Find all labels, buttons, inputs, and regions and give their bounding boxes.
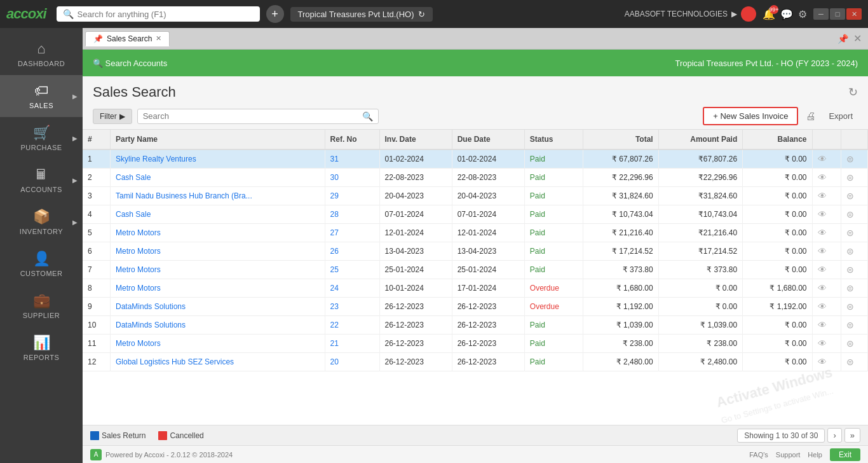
- menu-icon[interactable]: ⊜: [846, 283, 854, 293]
- close-button[interactable]: ✕: [846, 8, 862, 20]
- global-search-input[interactable]: [78, 10, 249, 19]
- page-refresh-icon[interactable]: ↻: [848, 85, 858, 99]
- table-row[interactable]: 11 Metro Motors 21 26-12-2023 26-12-2023…: [83, 335, 868, 353]
- view-icon[interactable]: 👁: [818, 283, 827, 293]
- new-sales-invoice-button[interactable]: + New Sales Invoice: [703, 107, 798, 125]
- cell-menu-action[interactable]: ⊜: [841, 149, 867, 169]
- cell-ref[interactable]: 23: [325, 298, 379, 316]
- menu-icon[interactable]: ⊜: [846, 172, 854, 183]
- view-icon[interactable]: 👁: [818, 246, 827, 256]
- cell-view-action[interactable]: 👁: [812, 353, 841, 371]
- cell-party[interactable]: Metro Motors: [110, 279, 325, 298]
- global-search-box[interactable]: 🔍: [57, 6, 260, 22]
- next-page-button[interactable]: ›: [827, 428, 841, 443]
- filter-button[interactable]: Filter ▶: [93, 109, 132, 124]
- cell-ref[interactable]: 27: [325, 224, 379, 242]
- menu-icon[interactable]: ⊜: [846, 357, 854, 367]
- table-row[interactable]: 2 Cash Sale 30 22-08-2023 22-08-2023 Pai…: [83, 169, 868, 187]
- view-icon[interactable]: 👁: [818, 301, 827, 312]
- table-row[interactable]: 5 Metro Motors 27 12-01-2024 12-01-2024 …: [83, 224, 868, 242]
- view-icon[interactable]: 👁: [818, 357, 827, 367]
- cell-party[interactable]: Cash Sale: [110, 205, 325, 224]
- sidebar-item-inventory[interactable]: 📦 INVENTORY ▶: [0, 201, 83, 243]
- cell-menu-action[interactable]: ⊜: [841, 169, 867, 187]
- export-button[interactable]: Export: [824, 108, 858, 124]
- cell-party[interactable]: DataMinds Solutions: [110, 298, 325, 316]
- tab-bar-close-icon[interactable]: ✕: [850, 32, 865, 45]
- cell-party[interactable]: Metro Motors: [110, 335, 325, 353]
- cell-party[interactable]: Metro Motors: [110, 224, 325, 242]
- view-icon[interactable]: 👁: [818, 265, 827, 275]
- table-row[interactable]: 7 Metro Motors 25 25-01-2024 25-01-2024 …: [83, 261, 868, 279]
- message-icon[interactable]: 💬: [780, 8, 793, 20]
- menu-icon[interactable]: ⊜: [846, 228, 854, 238]
- cell-party[interactable]: Skyline Realty Ventures: [110, 149, 325, 169]
- help-link[interactable]: Help: [808, 451, 822, 459]
- cell-menu-action[interactable]: ⊜: [841, 279, 867, 298]
- cell-party[interactable]: Global Logistics Hub SEZ Services: [110, 353, 325, 371]
- cell-view-action[interactable]: 👁: [812, 298, 841, 316]
- faq-link[interactable]: FAQ's: [749, 451, 768, 459]
- table-row[interactable]: 4 Cash Sale 28 07-01-2024 07-01-2024 Pai…: [83, 205, 868, 224]
- cell-view-action[interactable]: 👁: [812, 187, 841, 205]
- table-row[interactable]: 12 Global Logistics Hub SEZ Services 20 …: [83, 353, 868, 371]
- cell-view-action[interactable]: 👁: [812, 335, 841, 353]
- cell-ref[interactable]: 20: [325, 353, 379, 371]
- table-row[interactable]: 9 DataMinds Solutions 23 26-12-2023 26-1…: [83, 298, 868, 316]
- cell-ref[interactable]: 25: [325, 261, 379, 279]
- sidebar-item-accounts[interactable]: 🖩 ACCOUNTS ▶: [0, 159, 83, 201]
- cell-menu-action[interactable]: ⊜: [841, 224, 867, 242]
- cell-party[interactable]: Tamil Nadu Business Hub Branch (Bra...: [110, 187, 325, 205]
- add-button[interactable]: +: [266, 5, 284, 23]
- support-link[interactable]: Support: [776, 451, 801, 459]
- sidebar-item-customer[interactable]: 👤 CUSTOMER: [0, 243, 83, 285]
- cell-menu-action[interactable]: ⊜: [841, 205, 867, 224]
- view-icon[interactable]: 👁: [818, 320, 827, 330]
- print-icon-button[interactable]: 🖨: [803, 108, 818, 125]
- table-row[interactable]: 8 Metro Motors 24 10-01-2024 17-01-2024 …: [83, 279, 868, 298]
- cell-ref[interactable]: 30: [325, 169, 379, 187]
- menu-icon[interactable]: ⊜: [846, 209, 854, 219]
- cell-menu-action[interactable]: ⊜: [841, 242, 867, 261]
- cell-view-action[interactable]: 👁: [812, 261, 841, 279]
- search-box[interactable]: 🔍: [137, 109, 379, 124]
- search-input[interactable]: [143, 111, 362, 121]
- cell-view-action[interactable]: 👁: [812, 224, 841, 242]
- refresh-company-icon[interactable]: ↻: [418, 10, 425, 19]
- table-row[interactable]: 6 Metro Motors 26 13-04-2023 13-04-2023 …: [83, 242, 868, 261]
- cell-ref[interactable]: 26: [325, 242, 379, 261]
- cell-party[interactable]: DataMinds Solutions: [110, 316, 325, 335]
- sidebar-item-supplier[interactable]: 💼 SUPPLIER: [0, 285, 83, 327]
- company-selector[interactable]: Tropical Treasures Pvt Ltd.(HO) ↻: [290, 7, 433, 22]
- cell-party[interactable]: Metro Motors: [110, 261, 325, 279]
- tab-close-button[interactable]: ✕: [156, 34, 161, 43]
- notification-bell-icon[interactable]: 🔔99+: [763, 8, 775, 20]
- user-avatar[interactable]: [741, 6, 756, 22]
- menu-icon[interactable]: ⊜: [846, 246, 854, 256]
- menu-icon[interactable]: ⊜: [846, 154, 854, 164]
- sidebar-item-dashboard[interactable]: ⌂ DASHBOARD: [0, 33, 83, 75]
- table-row[interactable]: 1 Skyline Realty Ventures 31 01-02-2024 …: [83, 149, 868, 169]
- sidebar-item-reports[interactable]: 📊 REPORTS: [0, 327, 83, 369]
- table-row[interactable]: 3 Tamil Nadu Business Hub Branch (Bra...…: [83, 187, 868, 205]
- cell-view-action[interactable]: 👁: [812, 205, 841, 224]
- cell-menu-action[interactable]: ⊜: [841, 353, 867, 371]
- menu-icon[interactable]: ⊜: [846, 265, 854, 275]
- tab-bar-pin-icon[interactable]: 📌: [837, 34, 848, 44]
- cell-view-action[interactable]: 👁: [812, 169, 841, 187]
- search-accounts-button[interactable]: 🔍 Search Accounts: [93, 59, 167, 68]
- cell-view-action[interactable]: 👁: [812, 242, 841, 261]
- menu-icon[interactable]: ⊜: [846, 191, 854, 201]
- minimize-button[interactable]: ─: [813, 8, 829, 20]
- menu-icon[interactable]: ⊜: [846, 320, 854, 330]
- view-icon[interactable]: 👁: [818, 172, 827, 183]
- restore-button[interactable]: □: [830, 8, 845, 20]
- cell-menu-action[interactable]: ⊜: [841, 335, 867, 353]
- last-page-button[interactable]: »: [844, 428, 860, 443]
- sidebar-item-sales[interactable]: 🏷 SALES ▶: [0, 75, 83, 117]
- view-icon[interactable]: 👁: [818, 209, 827, 219]
- cell-menu-action[interactable]: ⊜: [841, 316, 867, 335]
- cell-menu-action[interactable]: ⊜: [841, 261, 867, 279]
- view-icon[interactable]: 👁: [818, 228, 827, 238]
- view-icon[interactable]: 👁: [818, 338, 827, 349]
